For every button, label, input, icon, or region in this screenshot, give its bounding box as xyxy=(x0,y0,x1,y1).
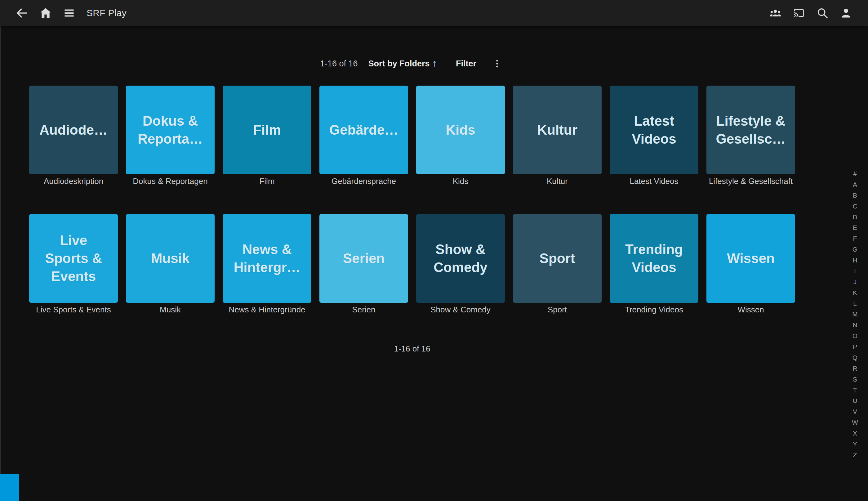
hamburger-menu-icon xyxy=(63,7,75,19)
alpha-letter[interactable]: B xyxy=(853,192,857,199)
folder-tile[interactable]: Lifestyle & Gesellsc… xyxy=(706,86,795,174)
alpha-letter[interactable]: U xyxy=(853,397,857,404)
library-tile-sport[interactable]: Sport Sport xyxy=(513,214,601,315)
more-options-button[interactable] xyxy=(490,56,504,71)
tile-caption[interactable]: Serien xyxy=(319,305,408,315)
library-tile-lifestyle-gesellschaft[interactable]: Lifestyle & Gesellsc… Lifestyle & Gesell… xyxy=(706,86,795,186)
alpha-letter[interactable]: S xyxy=(853,376,857,383)
alpha-letter[interactable]: # xyxy=(853,170,857,177)
tile-caption[interactable]: Wissen xyxy=(706,305,795,315)
tile-label: Kultur xyxy=(537,121,577,139)
folder-tile[interactable]: Latest Videos xyxy=(610,86,698,174)
tile-label: Dokus & Reporta… xyxy=(138,112,203,148)
tile-caption[interactable]: Latest Videos xyxy=(610,176,698,186)
alpha-letter[interactable]: R xyxy=(853,365,857,372)
alpha-letter[interactable]: D xyxy=(853,214,857,220)
library-tile-film[interactable]: Film Film xyxy=(223,86,311,186)
library-tile-kids[interactable]: Kids Kids xyxy=(416,86,505,186)
tile-caption[interactable]: Live Sports & Events xyxy=(29,305,118,315)
folder-tile[interactable]: News & Hintergr… xyxy=(223,214,311,303)
alpha-letter[interactable]: X xyxy=(853,430,857,436)
sort-button[interactable]: Sort by Folders ↑ xyxy=(365,57,441,71)
tile-caption[interactable]: Lifestyle & Gesellschaft xyxy=(706,176,795,186)
alpha-letter[interactable]: N xyxy=(853,322,857,328)
alpha-letter[interactable]: Z xyxy=(853,452,857,458)
library-tile-musik[interactable]: Musik Musik xyxy=(126,214,215,315)
folder-tile[interactable]: Audiode… xyxy=(29,86,118,174)
library-tile-gebaerdensprache[interactable]: Gebärde… Gebärdensprache xyxy=(319,86,408,186)
alpha-letter[interactable]: Y xyxy=(853,441,857,447)
tile-caption[interactable]: Trending Videos xyxy=(610,305,698,315)
alpha-letter[interactable]: V xyxy=(853,408,857,415)
tile-caption[interactable]: News & Hintergründe xyxy=(223,305,311,315)
alpha-letter[interactable]: Q xyxy=(853,354,857,361)
tile-label: Latest Videos xyxy=(632,112,676,148)
folder-tile[interactable]: Show & Comedy xyxy=(416,214,505,303)
page-title: SRF Play xyxy=(87,8,127,18)
folder-tile[interactable]: Serien xyxy=(319,214,408,303)
tile-caption[interactable]: Gebärdensprache xyxy=(319,176,408,186)
folder-tile[interactable]: Kultur xyxy=(513,86,601,174)
tile-caption[interactable]: Kids xyxy=(416,176,505,186)
alpha-letter[interactable]: F xyxy=(853,235,857,242)
back-button[interactable] xyxy=(14,5,30,21)
library-tile-trending-videos[interactable]: Trending Videos Trending Videos xyxy=(610,214,698,315)
tile-label: Musik xyxy=(151,249,190,267)
alpha-letter[interactable]: O xyxy=(853,332,857,339)
scrollbar-track[interactable] xyxy=(0,26,1,501)
alpha-letter[interactable]: E xyxy=(853,224,857,231)
cast-button[interactable] xyxy=(791,5,806,21)
alpha-letter[interactable]: A xyxy=(853,181,857,188)
alpha-letter[interactable]: H xyxy=(853,257,857,263)
folder-tile[interactable]: Sport xyxy=(513,214,601,303)
alpha-letter[interactable]: L xyxy=(853,300,857,307)
tile-caption[interactable]: Show & Comedy xyxy=(416,305,505,315)
sort-label: Sort by Folders xyxy=(368,59,430,68)
folder-tile[interactable]: Musik xyxy=(126,214,215,303)
library-tile-news-hintergruende[interactable]: News & Hintergr… News & Hintergründe xyxy=(223,214,311,315)
alpha-letter[interactable]: I xyxy=(854,268,856,274)
tile-caption[interactable]: Sport xyxy=(513,305,601,315)
folder-tile[interactable]: Dokus & Reporta… xyxy=(126,86,215,174)
menu-button[interactable] xyxy=(62,5,77,21)
search-button[interactable] xyxy=(815,5,830,21)
tile-label: Audiode… xyxy=(40,121,108,139)
tile-label: News & Hintergr… xyxy=(234,241,300,276)
folder-tile[interactable]: Trending Videos xyxy=(610,214,698,303)
alpha-letter[interactable]: T xyxy=(853,387,857,393)
library-tile-live-sports-events[interactable]: Live Sports & Events Live Sports & Event… xyxy=(29,214,118,315)
library-tile-latest-videos[interactable]: Latest Videos Latest Videos xyxy=(610,86,698,186)
alpha-letter[interactable]: G xyxy=(853,246,857,253)
tile-caption[interactable]: Kultur xyxy=(513,176,601,186)
folder-tile[interactable]: Live Sports & Events xyxy=(29,214,118,303)
library-tile-serien[interactable]: Serien Serien xyxy=(319,214,408,315)
tile-caption[interactable]: Audiodeskription xyxy=(29,176,118,186)
folder-tile[interactable]: Gebärde… xyxy=(319,86,408,174)
alpha-letter[interactable]: M xyxy=(852,311,858,317)
tile-caption[interactable]: Film xyxy=(223,176,311,186)
scrollbar-thumb[interactable] xyxy=(0,474,19,501)
library-tile-audiodeskription[interactable]: Audiode… Audiodeskription xyxy=(29,86,118,186)
user-button[interactable] xyxy=(838,5,854,21)
folder-tile[interactable]: Film xyxy=(223,86,311,174)
alpha-letter[interactable]: C xyxy=(853,203,857,210)
alpha-letter[interactable]: P xyxy=(853,343,857,350)
library-tile-dokus-reportagen[interactable]: Dokus & Reporta… Dokus & Reportagen xyxy=(126,86,215,186)
alpha-letter[interactable]: W xyxy=(852,419,858,426)
cast-icon xyxy=(793,7,805,19)
tile-caption[interactable]: Musik xyxy=(126,305,215,315)
home-button[interactable] xyxy=(38,5,53,21)
syncplay-button[interactable] xyxy=(768,5,783,21)
library-tile-wissen[interactable]: Wissen Wissen xyxy=(706,214,795,315)
library-tile-kultur[interactable]: Kultur Kultur xyxy=(513,86,601,186)
folder-tile[interactable]: Wissen xyxy=(706,214,795,303)
tile-caption[interactable]: Dokus & Reportagen xyxy=(126,176,215,186)
search-icon xyxy=(816,7,828,19)
alpha-letter[interactable]: K xyxy=(853,289,857,296)
folder-tile[interactable]: Kids xyxy=(416,86,505,174)
library-tile-show-comedy[interactable]: Show & Comedy Show & Comedy xyxy=(416,214,505,315)
library-page: SRF Play xyxy=(0,0,868,501)
filter-button[interactable]: Filter xyxy=(453,57,479,71)
library-toolbar: 1-16 of 16 Sort by Folders ↑ Filter xyxy=(29,55,795,72)
alpha-letter[interactable]: J xyxy=(854,279,857,285)
